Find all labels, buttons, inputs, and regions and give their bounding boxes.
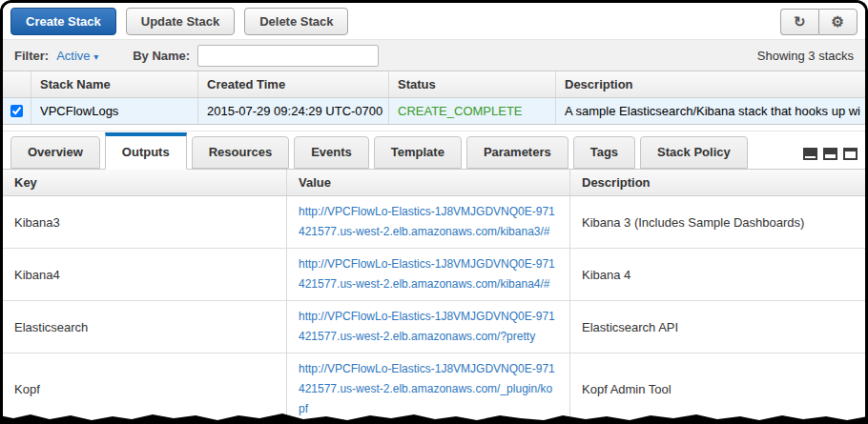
detail-tabs: Overview Outputs Resources Events Templa…	[3, 131, 865, 169]
create-stack-button[interactable]: Create Stack	[10, 8, 116, 35]
outputs-panel: Key Value Description Kibana3 http://VPC…	[3, 169, 865, 424]
outputs-table-header: Key Value Description	[3, 170, 865, 196]
stack-description-cell: A sample Elasticsearch/Kibana stack that…	[556, 98, 865, 124]
stack-name-filter-input[interactable]	[197, 45, 379, 67]
elasticsearch-link[interactable]: http://VPCFlowLo-Elastics-1J8VMJGDVNQ0E-…	[299, 307, 558, 347]
output-key: Kibana3	[3, 196, 287, 248]
gear-icon: ⚙	[832, 13, 844, 30]
toolbar-icon-group: ↻ ⚙	[780, 9, 858, 35]
description-header: Description	[570, 170, 865, 195]
tab-outputs[interactable]: Outputs	[105, 132, 187, 170]
pane-maximize-icon[interactable]	[803, 148, 817, 160]
description-header: Description	[556, 71, 865, 97]
tab-resources[interactable]: Resources	[192, 136, 289, 169]
torn-edge-decoration	[0, 409, 868, 424]
stacks-table-header: Stack Name Created Time Status Descripti…	[3, 71, 865, 98]
pane-minimize-icon[interactable]	[843, 148, 858, 160]
tab-overview[interactable]: Overview	[10, 136, 100, 169]
stacks-table: Stack Name Created Time Status Descripti…	[3, 71, 865, 131]
select-all-header-cell	[3, 71, 31, 97]
stack-row-checkbox[interactable]	[10, 105, 23, 117]
pane-split-icon[interactable]	[823, 148, 837, 160]
settings-button[interactable]: ⚙	[818, 9, 858, 35]
filter-dropdown[interactable]: Active ▾	[56, 49, 98, 63]
refresh-icon: ↻	[794, 13, 806, 30]
toolbar: Create Stack Update Stack Delete Stack ↻…	[3, 3, 865, 39]
status-badge: CREATE_COMPLETE	[389, 98, 556, 124]
delete-stack-button[interactable]: Delete Stack	[244, 8, 348, 35]
chevron-down-icon: ▾	[93, 51, 98, 62]
output-key: Elasticsearch	[3, 301, 287, 353]
value-header: Value	[287, 170, 570, 195]
filter-bar: Filter: Active ▾ By Name: Showing 3 stac…	[3, 39, 865, 71]
kibana3-link[interactable]: http://VPCFlowLo-Elastics-1J8VMJGDVNQ0E-…	[299, 202, 558, 242]
key-header: Key	[3, 170, 287, 195]
by-name-label: By Name:	[133, 49, 190, 63]
kibana4-link[interactable]: http://VPCFlowLo-Elastics-1J8VMJGDVNQ0E-…	[299, 254, 558, 294]
output-description: Elasticsearch API	[570, 301, 865, 353]
showing-stacks-count: Showing 3 stacks	[757, 49, 854, 63]
output-description: Kibana 3 (Includes Sample Dashboards)	[570, 196, 865, 248]
table-row: Kibana3 http://VPCFlowLo-Elastics-1J8VMJ…	[3, 196, 865, 249]
update-stack-button[interactable]: Update Stack	[126, 8, 235, 35]
table-row: Elasticsearch http://VPCFlowLo-Elastics-…	[3, 301, 865, 353]
created-time-header: Created Time	[198, 71, 389, 97]
stack-name-cell: VPCFlowLogs	[31, 98, 198, 124]
table-row[interactable]: VPCFlowLogs 2015-07-29 09:24:29 UTC-0700…	[3, 98, 865, 125]
tab-parameters[interactable]: Parameters	[466, 136, 568, 169]
output-value-cell: http://VPCFlowLo-Elastics-1J8VMJGDVNQ0E-…	[287, 301, 570, 353]
status-header: Status	[389, 71, 556, 97]
pane-size-controls	[803, 148, 858, 169]
created-time-cell: 2015-07-29 09:24:29 UTC-0700	[198, 98, 389, 124]
refresh-button[interactable]: ↻	[780, 9, 818, 35]
stack-name-header: Stack Name	[31, 71, 198, 97]
tab-events[interactable]: Events	[294, 136, 369, 169]
outputs-table: Key Value Description Kibana3 http://VPC…	[3, 170, 865, 424]
tab-stack-policy[interactable]: Stack Policy	[640, 136, 748, 169]
output-value-cell: http://VPCFlowLo-Elastics-1J8VMJGDVNQ0E-…	[287, 196, 570, 248]
output-value-cell: http://VPCFlowLo-Elastics-1J8VMJGDVNQ0E-…	[287, 249, 570, 300]
cloudformation-window: Create Stack Update Stack Delete Stack ↻…	[0, 0, 868, 424]
next-row-sliver	[3, 125, 865, 131]
filter-label: Filter:	[14, 49, 49, 63]
row-checkbox-cell	[3, 98, 31, 124]
tab-tags[interactable]: Tags	[573, 136, 635, 169]
tab-template[interactable]: Template	[374, 136, 462, 169]
table-row: Kibana4 http://VPCFlowLo-Elastics-1J8VMJ…	[3, 249, 865, 301]
output-key: Kibana4	[3, 249, 287, 300]
output-description: Kibana 4	[570, 249, 865, 300]
